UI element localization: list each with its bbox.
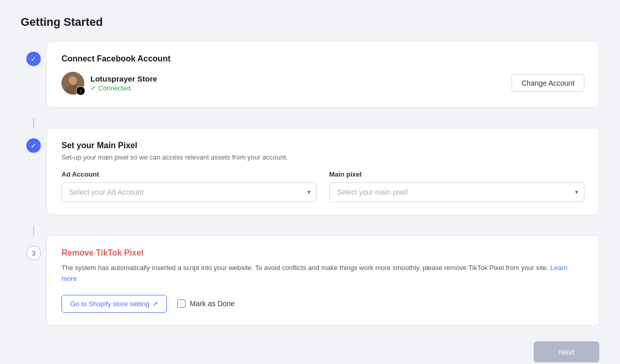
step1-wrapper: ✓ Connect Facebook Account bbox=[21, 41, 599, 128]
ad-account-label: Ad Account bbox=[61, 170, 317, 178]
connector-line-1 bbox=[33, 118, 34, 128]
pixel-fields: Ad Account Select your Ad Account ▾ Main… bbox=[61, 170, 584, 202]
page-title: Getting Started bbox=[21, 15, 599, 29]
avatar-wrapper: ♪ bbox=[61, 72, 84, 94]
step2-indicator: ✓ bbox=[21, 128, 47, 153]
footer-row: Next bbox=[21, 341, 599, 362]
steps-container: ✓ Connect Facebook Account bbox=[21, 41, 599, 336]
step1-circle: ✓ bbox=[26, 52, 41, 66]
main-pixel-label: Main pixel bbox=[329, 170, 584, 178]
step3-indicator: 3 bbox=[21, 235, 47, 260]
account-row: ♪ Lotusprayer Store ✓ Connected bbox=[61, 72, 584, 94]
main-pixel-field-group: Main pixel Select your main pixel ▾ bbox=[329, 170, 584, 202]
mark-done-checkbox[interactable] bbox=[177, 299, 185, 308]
step2-row: ✓ Set your Main Pixel Set-up your main p… bbox=[21, 128, 599, 225]
step1-title: Connect Facebook Account bbox=[61, 54, 584, 64]
connected-status: ✓ Connected bbox=[90, 84, 157, 92]
change-account-button[interactable]: Change Account bbox=[512, 74, 584, 92]
step3-title: Remove TikTok Pixel bbox=[61, 248, 584, 258]
ad-account-select-wrapper: Select your Ad Account ▾ bbox=[61, 182, 317, 202]
step3-circle: 3 bbox=[26, 246, 41, 260]
main-pixel-select[interactable]: Select your main pixel bbox=[329, 182, 584, 202]
step1-checkmark: ✓ bbox=[30, 55, 37, 63]
step2-description: Set-up your main pixel so we can access … bbox=[61, 153, 584, 161]
step1-card: Connect Facebook Account bbox=[47, 41, 599, 107]
ad-account-field-group: Ad Account Select your Ad Account ▾ bbox=[61, 170, 317, 202]
mark-done-text: Mark as Done bbox=[190, 299, 235, 308]
step2-content: Set your Main Pixel Set-up your main pix… bbox=[47, 128, 599, 225]
step1-row: ✓ Connect Facebook Account bbox=[21, 41, 599, 118]
shopify-store-setting-button[interactable]: Go to Shopify store setting ↗ bbox=[61, 295, 167, 313]
connector-line-2 bbox=[33, 225, 34, 235]
next-button[interactable]: Next bbox=[534, 341, 599, 362]
step2-checkmark: ✓ bbox=[30, 141, 37, 150]
step2-circle: ✓ bbox=[26, 138, 41, 153]
ad-account-select[interactable]: Select your Ad Account bbox=[61, 182, 317, 202]
step3-description: The system has automatically inserted a … bbox=[61, 263, 584, 284]
mark-done-label[interactable]: Mark as Done bbox=[177, 299, 235, 308]
account-name: Lotusprayer Store bbox=[90, 74, 157, 83]
tiktok-icon: ♪ bbox=[80, 88, 82, 93]
tiktok-badge: ♪ bbox=[76, 86, 85, 96]
main-pixel-select-wrapper: Select your main pixel ▾ bbox=[329, 182, 584, 202]
step2-card: Set your Main Pixel Set-up your main pix… bbox=[47, 128, 599, 215]
step3-card: Remove TikTok Pixel The system has autom… bbox=[47, 235, 599, 326]
step1-indicator: ✓ bbox=[21, 41, 47, 66]
remove-actions: Go to Shopify store setting ↗ Mark as Do… bbox=[61, 295, 584, 313]
svg-point-1 bbox=[69, 76, 77, 85]
step3-number: 3 bbox=[32, 249, 35, 257]
external-link-icon: ↗ bbox=[152, 300, 158, 308]
connected-label: Connected bbox=[98, 84, 131, 92]
account-details: Lotusprayer Store ✓ Connected bbox=[90, 74, 157, 92]
step3-row: 3 Remove TikTok Pixel The system has aut… bbox=[21, 235, 599, 336]
step2-wrapper: ✓ Set your Main Pixel Set-up your main p… bbox=[21, 128, 599, 235]
connected-checkmark-icon: ✓ bbox=[90, 84, 96, 92]
step3-content: Remove TikTok Pixel The system has autom… bbox=[47, 235, 599, 336]
account-info: ♪ Lotusprayer Store ✓ Connected bbox=[61, 72, 157, 94]
shopify-btn-label: Go to Shopify store setting bbox=[70, 300, 149, 308]
step1-content: Connect Facebook Account bbox=[47, 41, 599, 118]
step2-title: Set your Main Pixel bbox=[61, 141, 584, 150]
